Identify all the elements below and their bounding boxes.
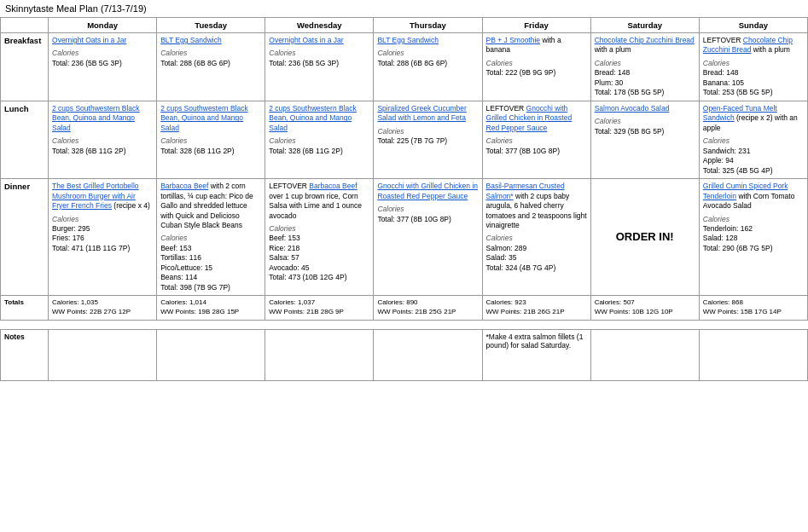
breakfast-friday: PB + J Smoothie with a banana Calories T… — [482, 33, 590, 101]
lunch-monday: 2 cups Southwestern Black Bean, Quinoa a… — [49, 101, 157, 178]
dinner-thursday: Gnocchi with Grilled Chicken in Roasted … — [374, 179, 482, 296]
lunch-monday-link[interactable]: 2 cups Southwestern Black Bean, Quinoa a… — [52, 104, 140, 132]
totals-thursday: Calories: 890 WW Points: 21B 25G 21P — [374, 296, 482, 321]
col-header-wednesday: Wednesday — [265, 18, 374, 33]
totals-wednesday: Calories: 1,037 WW Points: 21B 28G 9P — [265, 296, 374, 321]
breakfast-friday-link[interactable]: PB + J Smoothie — [486, 36, 541, 44]
dinner-thursday-link[interactable]: Gnocchi with Grilled Chicken in Roasted … — [377, 182, 478, 200]
notes-tuesday — [157, 329, 265, 380]
lunch-friday: LEFTOVER Gnocchi with Grilled Chicken in… — [482, 101, 590, 178]
notes-label: Notes — [1, 329, 49, 380]
breakfast-wednesday-link[interactable]: Overnight Oats in a Jar — [269, 36, 343, 44]
lunch-wednesday: 2 cups Southwestern Black Bean, Quinoa a… — [265, 101, 374, 178]
col-header-saturday: Saturday — [590, 18, 699, 33]
totals-sunday: Calories: 868 WW Points: 15B 17G 14P — [699, 296, 807, 321]
col-header-thursday: Thursday — [374, 18, 482, 33]
breakfast-tuesday: BLT Egg Sandwich Calories Total: 288 (6B… — [157, 33, 265, 101]
lunch-thursday-link[interactable]: Spiralized Greek Cucumber Salad with Lem… — [377, 104, 466, 122]
breakfast-thursday-link[interactable]: BLT Egg Sandwich — [377, 36, 439, 44]
dinner-saturday: ORDER IN! — [590, 179, 699, 296]
dinner-tuesday-link[interactable]: Barbacoa Beef — [160, 182, 208, 190]
col-header-monday: Monday — [49, 18, 157, 33]
col-header-friday: Friday — [482, 18, 590, 33]
totals-friday: Calories: 923 WW Points: 21B 26G 21P — [482, 296, 590, 321]
dinner-friday: Basil-Parmesan Crusted Salmon* with 2 cu… — [482, 179, 590, 296]
dinner-sunday: Grilled Cumin Spiced Pork Tenderloin wit… — [699, 179, 807, 296]
totals-tuesday: Calories: 1,014 WW Points: 19B 28G 15P — [157, 296, 265, 321]
breakfast-saturday-link[interactable]: Chocolate Chip Zucchini Bread — [595, 36, 695, 44]
breakfast-saturday: Chocolate Chip Zucchini Bread with a plu… — [590, 33, 699, 101]
dinner-label: Dinner — [1, 179, 49, 296]
lunch-sunday: Open-Faced Tuna Melt Sandwich (recipe x … — [699, 101, 807, 178]
notes-saturday — [590, 329, 699, 380]
lunch-saturday: Salmon Avocado Salad Calories Total: 329… — [590, 101, 699, 178]
totals-label: Totals — [1, 296, 49, 321]
totals-monday: Calories: 1,035 WW Points: 22B 27G 12P — [49, 296, 157, 321]
breakfast-thursday: BLT Egg Sandwich Calories Total: 288 (6B… — [374, 33, 482, 101]
notes-monday — [49, 329, 157, 380]
dinner-tuesday: Barbacoa Beef with 2 corn tortillas, ¼ c… — [157, 179, 265, 296]
lunch-label: Lunch — [1, 101, 49, 178]
lunch-wednesday-link[interactable]: 2 cups Southwestern Black Bean, Quinoa a… — [269, 104, 357, 132]
breakfast-monday: Overnight Oats in a Jar Calories Total: … — [49, 33, 157, 101]
col-header-sunday: Sunday — [699, 18, 807, 33]
breakfast-label: Breakfast — [1, 33, 49, 101]
page-title: Skinnytaste Meal Plan (7/13-7/19) — [0, 0, 808, 17]
notes-friday: *Make 4 extra salmon fillets (1 pound) f… — [482, 329, 590, 380]
lunch-saturday-link[interactable]: Salmon Avocado Salad — [595, 104, 670, 113]
notes-wednesday — [265, 329, 374, 380]
breakfast-sunday: LEFTOVER Chocolate Chip Zucchini Bread w… — [699, 33, 807, 101]
dinner-monday: The Best Grilled Portobello Mushroom Bur… — [49, 179, 157, 296]
breakfast-wednesday: Overnight Oats in a Jar Calories Total: … — [265, 33, 374, 101]
totals-saturday: Calories: 507 WW Points: 10B 12G 10P — [590, 296, 699, 321]
notes-thursday — [374, 329, 482, 380]
lunch-tuesday-link[interactable]: 2 cups Southwestern Black Bean, Quinoa a… — [160, 104, 248, 132]
col-header-tuesday: Tuesday — [157, 18, 265, 33]
breakfast-tuesday-link[interactable]: BLT Egg Sandwich — [160, 36, 222, 44]
lunch-thursday: Spiralized Greek Cucumber Salad with Lem… — [374, 101, 482, 178]
col-header-empty — [1, 18, 49, 33]
dinner-wednesday: LEFTOVER Barbacoa Beef over 1 cup brown … — [265, 179, 374, 296]
breakfast-monday-link[interactable]: Overnight Oats in a Jar — [52, 36, 126, 44]
dinner-wednesday-link[interactable]: Barbacoa Beef — [309, 182, 357, 190]
lunch-tuesday: 2 cups Southwestern Black Bean, Quinoa a… — [157, 101, 265, 178]
notes-sunday — [699, 329, 807, 380]
